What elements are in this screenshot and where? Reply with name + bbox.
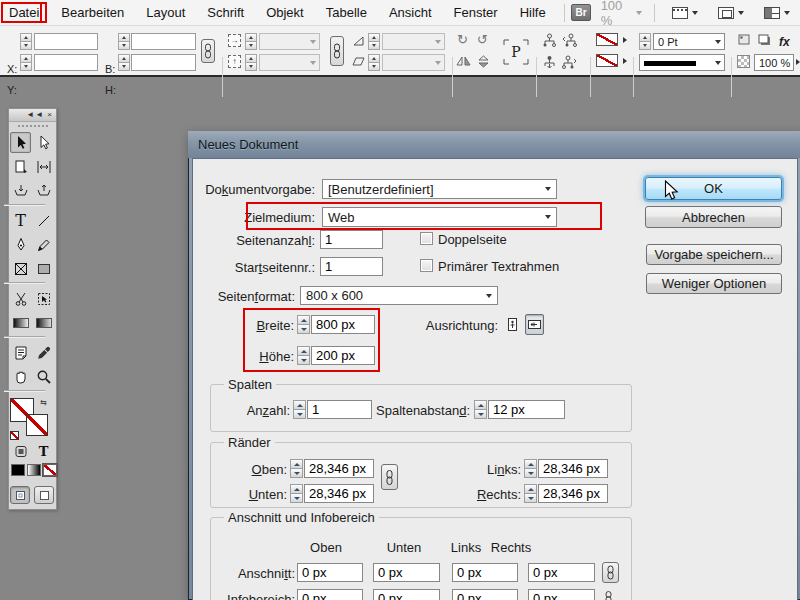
apply-gradient-button[interactable] xyxy=(27,464,41,476)
bridge-button[interactable]: Br xyxy=(571,4,590,21)
save-preset-button[interactable]: Vorgabe speichern... xyxy=(646,244,782,265)
bleed-bottom-input[interactable] xyxy=(373,563,440,582)
stroke-swatch-none[interactable] xyxy=(26,414,48,436)
tool-hand[interactable] xyxy=(10,366,31,387)
facing-pages-checkbox[interactable] xyxy=(420,232,433,245)
rotation-stepper[interactable] xyxy=(368,33,380,50)
select-previous-icon[interactable] xyxy=(562,33,577,49)
rotate-ccw-icon[interactable]: ↺ xyxy=(477,32,488,47)
flip-vertical-icon[interactable] xyxy=(477,55,490,70)
orientation-portrait-button[interactable] xyxy=(503,314,522,335)
flip-horizontal-icon[interactable] xyxy=(456,55,471,69)
formatting-affects-container-icon[interactable] xyxy=(10,442,31,460)
menu-schrift[interactable]: Schrift xyxy=(196,2,255,23)
opacity-icon[interactable] xyxy=(737,55,750,68)
height-stepper[interactable] xyxy=(118,54,130,71)
x-stepper[interactable] xyxy=(20,33,32,50)
bleed-top-input[interactable] xyxy=(297,563,363,582)
stroke-flyout-icon[interactable] xyxy=(623,58,627,64)
formatting-affects-text-icon[interactable]: T xyxy=(33,442,54,460)
orientation-landscape-button[interactable] xyxy=(525,314,544,335)
menu-ansicht[interactable]: Ansicht xyxy=(378,2,443,23)
stroke-color-none-swatch[interactable] xyxy=(596,54,618,67)
margin-top-input[interactable] xyxy=(304,459,374,478)
scale-y-dropdown[interactable] xyxy=(259,54,320,71)
tool-page[interactable] xyxy=(10,156,31,177)
collapse-panel-icon[interactable]: ◄◄ xyxy=(26,110,44,119)
tool-rectangle[interactable] xyxy=(33,258,54,279)
slug-top-input[interactable] xyxy=(297,589,363,600)
shear-dropdown[interactable] xyxy=(382,54,445,71)
page-size-dropdown[interactable]: 800 x 600 xyxy=(300,286,498,305)
margin-bottom-stepper[interactable] xyxy=(290,484,303,503)
relative-x-icon[interactable]: → xyxy=(228,34,241,47)
stroke-weight-stepper[interactable] xyxy=(639,33,651,50)
tool-type[interactable]: T xyxy=(10,210,31,231)
tool-frame[interactable] xyxy=(10,258,31,279)
tool-content-collector[interactable] xyxy=(10,180,31,201)
fill-color-none-swatch[interactable] xyxy=(596,33,618,46)
menu-hilfe[interactable]: Hilfe xyxy=(509,2,557,23)
menu-fenster[interactable]: Fenster xyxy=(443,2,509,23)
default-fill-stroke-icon[interactable] xyxy=(10,431,19,440)
scale-y-stepper[interactable] xyxy=(245,54,257,71)
margin-top-stepper[interactable] xyxy=(290,459,303,478)
apply-color-button[interactable] xyxy=(11,464,25,476)
tool-free-transform[interactable] xyxy=(33,288,54,309)
width-input[interactable] xyxy=(131,33,196,50)
tool-pen[interactable] xyxy=(10,234,31,255)
slug-right-input[interactable] xyxy=(528,589,595,600)
select-content-icon[interactable] xyxy=(542,55,557,71)
opacity-flyout-icon[interactable] xyxy=(796,59,800,65)
margin-left-stepper[interactable] xyxy=(524,459,537,478)
start-page-input[interactable] xyxy=(320,257,383,276)
drop-shadow-icon[interactable] xyxy=(757,33,772,49)
rotation-dropdown[interactable] xyxy=(382,33,445,50)
width-stepper[interactable] xyxy=(118,33,130,50)
rotate-cw-icon[interactable]: ↻ xyxy=(457,32,468,47)
scale-x-dropdown[interactable] xyxy=(259,33,320,50)
menu-layout[interactable]: Layout xyxy=(135,2,196,23)
tool-gradient[interactable] xyxy=(10,312,31,333)
zoom-level-control[interactable]: 100 % xyxy=(601,0,643,28)
stroke-style-dropdown[interactable] xyxy=(639,54,725,71)
tool-selection[interactable] xyxy=(10,132,31,153)
tool-pencil[interactable] xyxy=(33,234,54,255)
tool-gap[interactable] xyxy=(33,156,54,177)
slug-link-icon[interactable] xyxy=(604,591,613,600)
menu-tabelle[interactable]: Tabelle xyxy=(315,2,378,23)
preset-dropdown[interactable]: [Benutzerdefiniert] xyxy=(322,179,557,199)
margin-right-input[interactable] xyxy=(538,484,608,503)
swap-fill-stroke-icon[interactable]: ⇆ xyxy=(40,398,47,407)
tool-scissors[interactable] xyxy=(10,288,31,309)
fill-flyout-icon[interactable] xyxy=(623,37,627,43)
menu-objekt[interactable]: Objekt xyxy=(255,2,315,23)
fewer-options-button[interactable]: Weniger Optionen xyxy=(646,273,782,294)
menu-bearbeiten[interactable]: Bearbeiten xyxy=(50,2,135,23)
bleed-right-input[interactable] xyxy=(528,563,595,582)
reference-point-proxy[interactable]: P xyxy=(502,38,530,68)
view-options-dropdown[interactable] xyxy=(672,7,698,19)
tools-panel-header[interactable]: ◄◄ × xyxy=(9,109,56,122)
tool-eyedropper[interactable] xyxy=(33,342,54,363)
y-stepper[interactable] xyxy=(20,54,32,71)
panel-grip[interactable] xyxy=(18,125,48,127)
shear-stepper[interactable] xyxy=(368,54,380,71)
slug-left-input[interactable] xyxy=(452,589,518,600)
slug-bottom-input[interactable] xyxy=(373,589,440,600)
bleed-link-icon[interactable] xyxy=(602,562,619,583)
y-input[interactable] xyxy=(34,54,98,71)
opacity-dropdown[interactable]: 100 % xyxy=(754,54,794,71)
fill-stroke-proxy[interactable]: ⇆ xyxy=(10,398,48,440)
close-panel-icon[interactable]: × xyxy=(47,110,53,119)
screen-mode-dropdown[interactable] xyxy=(718,7,744,19)
x-input[interactable] xyxy=(34,33,98,50)
margin-left-input[interactable] xyxy=(538,459,608,478)
tool-line[interactable] xyxy=(33,210,54,231)
tool-zoom[interactable] xyxy=(33,366,54,387)
select-container-icon[interactable] xyxy=(542,33,557,49)
tool-gradient-feather[interactable] xyxy=(33,312,54,333)
primary-text-frame-checkbox[interactable] xyxy=(420,259,433,272)
apply-none-button[interactable] xyxy=(43,464,57,476)
scale-x-stepper[interactable] xyxy=(245,33,257,50)
